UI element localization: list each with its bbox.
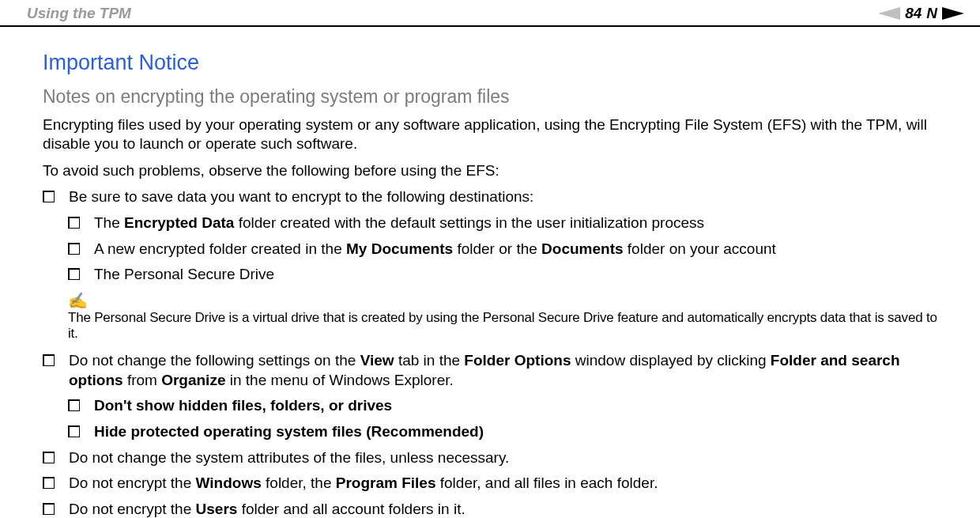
list-text: Do not change the following settings on … [69,351,937,390]
bullet-icon [68,399,80,411]
svg-marker-1 [942,7,964,20]
bullet-icon [68,425,80,437]
page-number: 84 [905,5,922,22]
sub-heading: Notes on encrypting the operating system… [43,86,937,108]
text-fragment: folder on your account [624,240,776,257]
list-text: A new encrypted folder created in the My… [94,240,776,259]
text-fragment: Do not encrypt the [69,475,196,491]
list-item: Do not encrypt the Users folder and all … [43,500,937,518]
note-block: ✍ The Personal Secure Drive is a virtual… [68,293,937,342]
bullet-icon [68,217,80,229]
bold-text: Encrypted Data [124,214,234,231]
text-fragment: folder and all account folders in it. [237,501,465,517]
header-title: Using the TPM [27,5,131,22]
list-text: Do not encrypt the Windows folder, the P… [69,474,658,493]
bold-text: Program Files [336,475,436,491]
main-heading: Important Notice [43,51,937,75]
text-fragment: folder, the [262,475,336,491]
text-fragment: Do not change the following settings on … [69,352,360,369]
list-item: Do not change the following settings on … [43,351,937,390]
note-text: The Personal Secure Drive is a virtual d… [68,310,937,342]
sub-list-2: Don't show hidden files, folders, or dri… [68,396,937,441]
list-text: Don't show hidden files, folders, or dri… [94,396,392,416]
bold-text: My Documents [346,240,453,257]
bold-text: Windows [196,475,262,491]
text-fragment: folder, and all files in each folder. [436,475,658,491]
prev-page-icon[interactable] [878,7,900,20]
bold-text: Users [196,501,238,517]
text-fragment: in the menu of Windows Explorer. [225,372,453,388]
list-text: Be sure to save data you want to encrypt… [69,187,533,207]
list-text: The Personal Secure Drive [94,265,274,285]
main-list-3: Do not change the system attributes of t… [43,448,937,518]
bullet-icon [43,191,55,202]
bold-text: Don't show hidden files, folders, or dri… [94,397,392,414]
text-fragment: folder or the [453,240,541,257]
text-fragment: Do not encrypt the [69,501,196,517]
bullet-icon [68,243,80,255]
list-item: Be sure to save data you want to encrypt… [43,187,937,207]
svg-marker-0 [878,7,900,20]
page-header: Using the TPM 84 N [0,0,980,27]
paragraph-1: Encrypting files used by your operating … [43,115,937,153]
bold-text: Folder Options [464,352,571,369]
bullet-icon [43,503,55,515]
list-item: Don't show hidden files, folders, or dri… [68,396,937,416]
paragraph-2: To avoid such problems, observe the foll… [43,161,937,180]
bold-text: Organize [161,372,225,388]
bold-text: Documents [541,240,623,257]
bullet-icon [68,268,80,280]
list-item: Do not change the system attributes of t… [43,448,937,468]
list-item: The Personal Secure Drive [68,265,937,285]
list-text: Do not encrypt the Users folder and all … [69,500,466,518]
text-fragment: The [94,214,124,231]
text-fragment: A new encrypted folder created in the [94,240,346,257]
main-list-2: Do not change the following settings on … [43,351,937,390]
list-item: The Encrypted Data folder created with t… [68,214,937,233]
text-fragment: window displayed by clicking [571,352,770,369]
list-text: Hide protected operating system files (R… [94,422,484,442]
text-fragment: tab in the [394,352,465,369]
list-text: The Encrypted Data folder created with t… [94,214,704,233]
bullet-icon [43,452,55,463]
bullet-icon [43,354,55,366]
bullet-icon [43,477,55,489]
list-item: Do not encrypt the Windows folder, the P… [43,474,937,493]
list-item: Hide protected operating system files (R… [68,422,937,442]
nav-letter[interactable]: N [926,5,937,22]
next-page-icon[interactable] [942,7,964,20]
sub-list-1: The Encrypted Data folder created with t… [68,214,937,285]
pencil-note-icon: ✍ [68,293,937,308]
list-item: A new encrypted folder created in the My… [68,240,937,259]
text-fragment: folder created with the default settings… [234,214,704,231]
page-content: Important Notice Notes on encrypting the… [0,27,980,518]
list-text: Do not change the system attributes of t… [69,448,509,468]
bold-text: Hide protected operating system files (R… [94,423,484,440]
main-list: Be sure to save data you want to encrypt… [43,187,937,207]
header-nav: 84 N [878,5,964,22]
text-fragment: from [123,372,162,388]
bold-text: View [360,352,394,369]
